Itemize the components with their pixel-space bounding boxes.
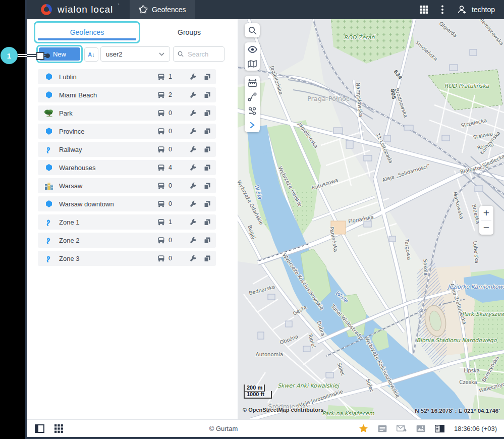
copy-icon: [203, 237, 211, 244]
polygon-geofence-icon: [45, 73, 53, 81]
geofence-row[interactable]: Warsaw 0: [38, 178, 216, 193]
geofence-row[interactable]: Warsaw downtown 0: [38, 196, 216, 211]
geofence-row[interactable]: Zone 1 1: [38, 214, 216, 230]
geofence-row[interactable]: Province 0: [38, 124, 216, 139]
copy-geofence-button[interactable]: [203, 73, 211, 81]
copy-icon: [203, 218, 211, 226]
tab-geofences-label: Geofences: [70, 28, 104, 36]
copy-geofence-button[interactable]: [203, 254, 211, 262]
copy-icon: [203, 128, 211, 135]
geofence-type-icon: [44, 163, 54, 172]
tab-label: Geofences: [152, 6, 186, 14]
active-tab-underline: [38, 38, 136, 40]
nearest-units-button[interactable]: [245, 104, 260, 118]
wrench-icon: [189, 91, 197, 99]
geofence-row[interactable]: Miami Beach 2: [38, 87, 216, 102]
apps-grid-icon[interactable]: [419, 5, 428, 14]
bottom-apps-grid-button[interactable]: [54, 424, 63, 433]
kebab-menu-icon[interactable]: [441, 5, 443, 14]
geofence-name: Zone 3: [59, 255, 157, 262]
units-inside-icon: [157, 237, 165, 244]
tab-geofences[interactable]: Geofences: [34, 21, 140, 43]
media-icon[interactable]: [416, 425, 425, 432]
geofence-row[interactable]: Zone 3 0: [38, 251, 216, 266]
copy-geofence-button[interactable]: [203, 109, 211, 117]
city-image-icon: [44, 182, 53, 190]
user-icon: [457, 5, 467, 15]
search-icon: [178, 50, 184, 58]
units-inside-icon: [157, 146, 165, 153]
units-inside-icon: [157, 255, 165, 262]
copy-geofence-button[interactable]: [203, 127, 211, 135]
toggle-left-panel-button[interactable]: [35, 424, 44, 433]
edit-geofence-button[interactable]: [189, 218, 197, 226]
copy-icon: [203, 182, 211, 190]
copy-icon: [203, 200, 211, 208]
edit-geofence-button[interactable]: [189, 91, 197, 99]
notes-icon[interactable]: [378, 425, 387, 432]
svg-text:Czeska: Czeska: [459, 379, 477, 385]
geofence-row[interactable]: Zone 2 0: [38, 233, 216, 248]
window-bottom-edge: [27, 437, 504, 439]
owner-filter-select[interactable]: user2: [100, 46, 170, 62]
zoom-in-button[interactable]: +: [479, 206, 493, 220]
favorites-star-icon[interactable]: [359, 424, 368, 433]
edit-geofence-button[interactable]: [189, 254, 197, 262]
user-menu[interactable]: techtop: [457, 5, 495, 15]
annotation-connector-dot: [45, 53, 50, 58]
units-count: 1: [169, 73, 177, 80]
map-attribution: © OpenStreetMap contributors: [243, 407, 323, 413]
svg-text:ROD Żerań: ROD Żerań: [344, 34, 375, 41]
edit-geofence-button[interactable]: [189, 200, 197, 208]
copy-geofence-button[interactable]: [203, 91, 211, 99]
wrench-icon: [189, 200, 197, 208]
edit-geofence-button[interactable]: [189, 109, 197, 117]
copy-geofence-button[interactable]: [203, 200, 211, 208]
route-icon: [248, 92, 257, 101]
map-search-button[interactable]: [245, 23, 260, 37]
map-tiles: JagiellońskaJagiellońskaROD ŻerańROD Pra…: [238, 19, 504, 420]
edit-geofence-button[interactable]: [189, 73, 197, 81]
geofence-list: Lublin 1 Miami Beach: [38, 69, 216, 420]
units-count: 0: [169, 255, 177, 262]
line-geofence-icon: [45, 218, 52, 226]
geofence-type-icon: [44, 72, 54, 81]
map-source-button[interactable]: [245, 57, 260, 71]
nodes-icon: [248, 106, 257, 116]
search-input[interactable]: [187, 50, 220, 59]
wialon-logo[interactable]: wialon local `: [27, 3, 130, 16]
layout-split-icon[interactable]: [435, 425, 444, 432]
wrench-icon: [189, 164, 197, 172]
copy-geofence-button[interactable]: [203, 182, 211, 190]
search-box: [173, 46, 225, 62]
line-geofence-icon: [45, 145, 52, 153]
tab-groups[interactable]: Groups: [142, 21, 236, 43]
edit-geofence-button[interactable]: [189, 163, 197, 172]
edit-geofence-button[interactable]: [189, 145, 197, 153]
edit-geofence-button[interactable]: [189, 236, 197, 244]
edit-geofence-button[interactable]: [189, 127, 197, 135]
sort-button[interactable]: A↓: [84, 47, 98, 62]
ruler-button[interactable]: [245, 76, 260, 90]
zoom-out-button[interactable]: −: [479, 221, 493, 235]
copy-geofence-button[interactable]: [203, 218, 211, 226]
routing-button[interactable]: [245, 90, 260, 104]
geofence-row[interactable]: Railway 0: [38, 142, 216, 157]
wrench-icon: [189, 218, 197, 226]
copy-geofence-button[interactable]: [203, 145, 211, 153]
tab-geofences-app[interactable]: Geofences: [130, 0, 195, 19]
copy-geofence-button[interactable]: [203, 163, 211, 172]
geofences-panel: Geofences Groups New A↓ user2: [27, 19, 238, 420]
visibility-button[interactable]: [245, 42, 260, 57]
edit-geofence-button[interactable]: [189, 182, 197, 190]
geofence-row[interactable]: Warehouses 4: [38, 160, 216, 175]
geofence-row[interactable]: Lublin 1: [38, 69, 216, 84]
geofence-row[interactable]: Park 0: [38, 105, 216, 121]
map-canvas[interactable]: JagiellońskaJagiellońskaROD ŻerańROD Pra…: [238, 19, 504, 420]
send-message-icon[interactable]: [397, 425, 407, 432]
expand-tools-button[interactable]: [245, 118, 260, 132]
geofence-name: Warehouses: [59, 164, 157, 172]
copy-geofence-button[interactable]: [203, 236, 211, 244]
svg-text:Błonia Stadionu Narodowego: Błonia Stadionu Narodowego: [416, 337, 497, 344]
svg-text:Lipska: Lipska: [464, 368, 480, 373]
